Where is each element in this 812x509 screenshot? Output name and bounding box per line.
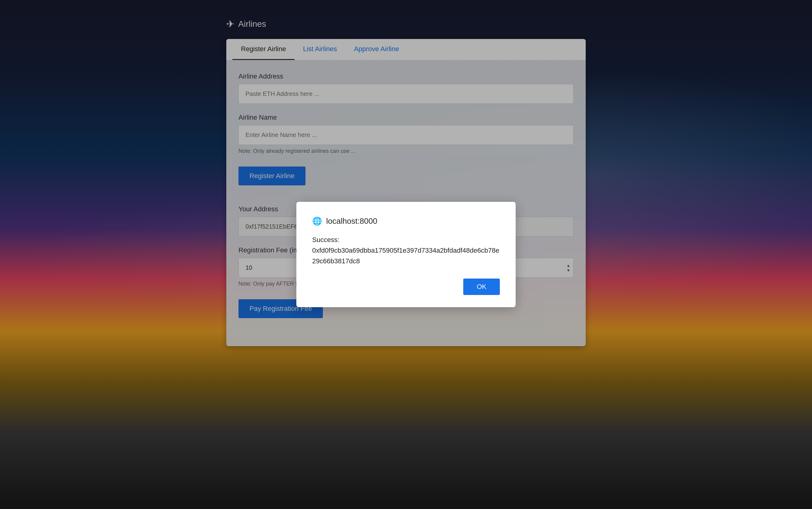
success-hash: 0xfd0f9cb30a69dbba175905f1e397d7334a2bfd… <box>312 246 499 265</box>
modal-dialog: 🌐 localhost:8000 Success: 0xfd0f9cb30a69… <box>296 202 516 307</box>
modal-body: Success: 0xfd0f9cb30a69dbba175905f1e397d… <box>312 234 500 267</box>
modal-origin-title: localhost:8000 <box>326 216 377 226</box>
ok-button[interactable]: OK <box>463 278 500 295</box>
globe-icon: 🌐 <box>312 216 322 226</box>
success-label: Success: <box>312 236 339 243</box>
modal-header: 🌐 localhost:8000 <box>312 216 500 226</box>
modal-overlay[interactable]: 🌐 localhost:8000 Success: 0xfd0f9cb30a69… <box>0 0 812 509</box>
modal-footer: OK <box>312 278 500 295</box>
